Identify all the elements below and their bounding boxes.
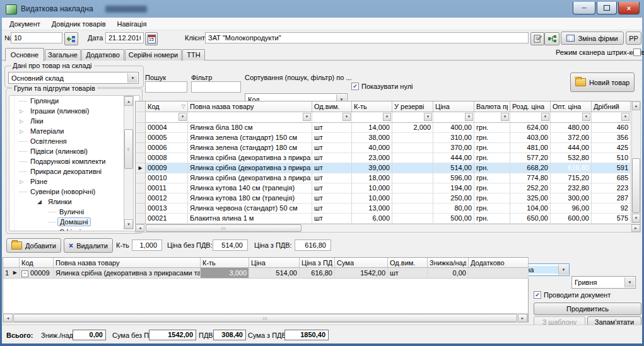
filter-cell[interactable]: ▼ (474, 112, 510, 123)
column-header[interactable]: К-ть (201, 258, 249, 268)
warehouse-select[interactable]: Основний склад ▼ (8, 72, 139, 84)
tab-additional[interactable]: Додатково (81, 49, 124, 61)
search-input[interactable] (145, 81, 187, 93)
filter-cell[interactable]: ▼ (592, 112, 631, 123)
tree-item[interactable]: Освітлення (9, 136, 139, 146)
column-header[interactable]: Повна назва товару (188, 101, 312, 112)
filter-cell[interactable]: ▼ (551, 112, 592, 123)
table-row[interactable]: 00012Ялинка кутова 180 см (трапеція)шт10… (136, 193, 631, 204)
preview-button[interactable]: Продивитись (534, 303, 641, 315)
column-header[interactable]: Код▽ (146, 101, 188, 112)
tree-item[interactable]: Подарункові комплекти (9, 156, 139, 166)
tab-main[interactable]: Основне (5, 48, 44, 61)
minimize-button[interactable]: ─ (573, 2, 595, 14)
table-row[interactable]: 00010Ялинка срібна (декоративна з прикра… (136, 173, 631, 183)
scanner-mode-checkbox[interactable] (633, 49, 641, 56)
client-structure-button[interactable] (544, 32, 559, 45)
change-firm-button[interactable]: Зміна фірми (561, 32, 624, 45)
number-input[interactable] (11, 32, 62, 43)
products-grid-vscrollbar[interactable]: ▲ ▼ (631, 101, 641, 223)
expand-icon[interactable]: ▷ (20, 179, 28, 185)
scroll-up-icon[interactable]: ▲ (632, 101, 640, 110)
tab-ttn[interactable]: ТТН (182, 49, 205, 61)
filter-cell[interactable]: ▼ (188, 112, 312, 123)
column-header[interactable]: Валюта пр (474, 101, 510, 112)
close-button[interactable]: × (618, 2, 640, 14)
table-row[interactable]: 00008Ялинка срібна (декоративна з прикра… (136, 153, 631, 163)
tree-item[interactable]: ◢Ялинки (9, 197, 139, 207)
column-header[interactable]: Код (20, 258, 54, 268)
tree-item[interactable]: ▷Матеріали (9, 126, 139, 136)
new-product-button[interactable]: ✦ Новий товар (570, 72, 635, 92)
menu-item-document[interactable]: Документ (4, 18, 46, 30)
filter-cell[interactable]: ▼ (312, 112, 352, 123)
filter-dropdown-icon[interactable]: ▼ (621, 113, 629, 121)
filter-cell[interactable]: ▼ (146, 112, 188, 123)
tab-general[interactable]: Загальне (45, 49, 81, 61)
column-header[interactable]: Повна назва товару (54, 258, 201, 268)
scroll-thumb[interactable]: ≡ (124, 129, 133, 169)
column-header[interactable]: Знижка/над (428, 258, 469, 268)
scroll-down-icon[interactable]: ▼ (124, 219, 133, 229)
qty-input[interactable] (132, 239, 162, 251)
table-row[interactable]: 00021Блакитна ялина 1 мшт6,000500,00грн.… (136, 214, 631, 224)
expand-icon[interactable]: ▷ (20, 108, 28, 114)
filter-dropdown-icon[interactable]: ▼ (383, 113, 391, 121)
table-row[interactable]: ▶00009Ялинка срібна (декоративна з прикр… (136, 163, 631, 173)
filter-dropdown-icon[interactable]: ▼ (582, 113, 590, 121)
expand-icon[interactable]: ▷ (20, 129, 28, 134)
filter-dropdown-icon[interactable]: ▼ (501, 113, 509, 121)
currency-select[interactable]: Гривня ▼ (571, 276, 636, 289)
column-header[interactable]: Ціна з ПДВ (300, 258, 335, 268)
tree-item[interactable]: Офісні (9, 227, 139, 231)
chevron-down-icon[interactable]: ▼ (127, 73, 138, 83)
filter-cell[interactable]: ▼ (510, 112, 551, 123)
delete-button[interactable]: × Видалити (64, 238, 113, 253)
menu-item-products-dictionary[interactable]: Довідник товарів (46, 18, 112, 30)
show-zeros-checkbox[interactable]: ✔ (351, 83, 359, 90)
collapse-icon[interactable]: ◢ (37, 199, 46, 205)
chevron-down-icon[interactable]: ▼ (558, 265, 568, 275)
tree-scrollbar[interactable]: ▲ ≡ ▼ (124, 96, 134, 229)
column-header[interactable] (3, 258, 20, 268)
tree-item[interactable]: Прикраси декоративні (9, 166, 139, 176)
filter-dropdown-icon[interactable]: ▼ (541, 113, 549, 121)
calendar-button[interactable]: 15 (145, 32, 158, 45)
column-header[interactable]: Додатково (469, 258, 529, 268)
filter-cell[interactable]: ▼ (433, 112, 474, 123)
date-input[interactable] (105, 32, 144, 43)
tree-item[interactable]: Сувеніри (новорічні) (9, 187, 139, 197)
scroll-left-icon[interactable]: ◄ (3, 314, 13, 322)
scroll-right-icon[interactable]: ► (631, 224, 640, 232)
filter-dropdown-icon[interactable]: ▼ (342, 113, 351, 121)
table-row[interactable]: 00004Ялинка біла 180 смшт14,0002,000400,… (136, 123, 631, 133)
table-row[interactable]: 00006Ялинка зелена (стандарт) 180 смшт40… (136, 143, 631, 153)
scroll-thumb[interactable] (632, 158, 640, 213)
tab-serial-numbers[interactable]: Серійні номери (125, 49, 182, 61)
column-header[interactable]: Од.вим. (312, 101, 352, 112)
tree-item[interactable]: ▷Іграшки (ялинкові) (9, 106, 139, 116)
table-row[interactable]: 00005Ялинка зелена (стандарт) 150 смшт38… (136, 133, 631, 143)
scroll-down-icon[interactable]: ▼ (632, 214, 640, 222)
client-input[interactable] (205, 32, 529, 43)
column-header[interactable]: У резерві (392, 101, 433, 112)
filter-dropdown-icon[interactable]: ▼ (303, 113, 311, 121)
column-header[interactable]: Ціна (249, 258, 300, 268)
number-assign-button[interactable] (64, 32, 78, 45)
post-document-checkbox[interactable]: ✔ (534, 291, 541, 299)
invoice-grid-hscrollbar[interactable]: ◄ ||| ► (3, 313, 528, 323)
products-grid-hscrollbar[interactable]: ◄ ||| ► (135, 224, 641, 233)
column-header[interactable]: Сума (335, 258, 388, 268)
tree-item[interactable]: Підвіси (ялинкові) (9, 146, 139, 156)
scroll-up-icon[interactable]: ▲ (124, 96, 133, 106)
scroll-right-icon[interactable]: ► (518, 314, 527, 322)
collapse-node-icon[interactable]: − (21, 270, 28, 277)
tree-item[interactable]: ▷Різне (9, 176, 139, 187)
price-net-input[interactable] (213, 239, 248, 251)
filter-input[interactable] (191, 81, 241, 93)
scroll-thumb[interactable]: ||| (13, 314, 517, 322)
column-header[interactable]: Ціна (433, 101, 474, 112)
add-button[interactable]: Добавити (6, 238, 61, 253)
pp-button[interactable]: РР (626, 32, 641, 45)
column-header[interactable]: Опт. ціна (551, 101, 592, 112)
